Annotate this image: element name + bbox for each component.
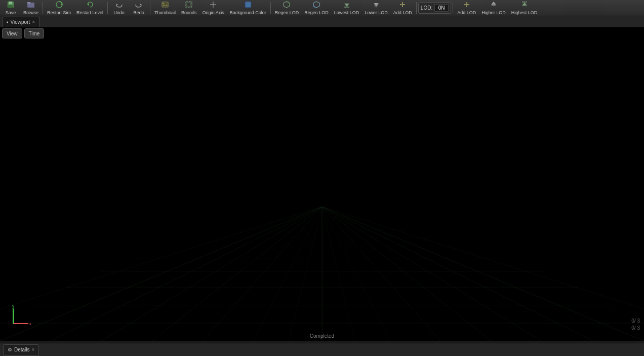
svg-marker-26 [491,2,496,5]
undo-icon [115,1,123,10]
thumbnail-icon [161,1,169,10]
origin-axis-button[interactable]: Origin Axis [200,1,227,16]
background-color-label: Background Color [230,10,266,15]
lower-lod-icon [372,1,380,10]
details-tab[interactable]: ⚙ Details × [3,344,39,355]
separator-6 [453,2,453,14]
redo-button[interactable]: Redo [129,1,148,16]
viewport-tab-label: Viewport [11,19,30,25]
regen-lod-button[interactable]: Regen LOD [272,1,302,16]
svg-line-40 [51,207,322,341]
restart-level-icon [86,1,94,10]
tab-bar: ▪ Viewport × [0,16,644,27]
regen-lod2-button[interactable]: Regen LOD [302,1,331,16]
bounds-button[interactable]: Bounds [179,1,199,16]
save-button[interactable]: Save [1,1,20,16]
regen-lod-icon [283,1,291,10]
add-lod-icon [398,1,407,10]
svg-rect-12 [187,3,191,7]
details-tab-icon: ⚙ [8,347,12,352]
svg-rect-16 [246,2,251,7]
bounds-icon [185,1,193,10]
completed-status: Completed [310,333,334,339]
browse-button[interactable]: Browse [21,1,41,16]
lower-lod-label: Lower LOD [365,10,388,15]
svg-line-51 [322,207,542,341]
axis-indicator: x y [8,303,33,329]
viewport-tab-close[interactable]: × [32,19,35,25]
add-lod-label: Add LOD [393,10,412,15]
svg-marker-20 [374,5,379,8]
svg-rect-2 [8,5,13,8]
higher-lod-button[interactable]: Higher LOD [479,1,508,16]
svg-line-48 [322,207,390,341]
svg-line-41 [101,207,322,341]
add-lod2-icon [463,1,471,10]
viewport-canvas[interactable]: x y Completed 0/ 3 0/ 3 [0,27,644,341]
separator-3 [150,2,150,14]
regen-lod2-label: Regen LOD [304,10,329,15]
svg-line-44 [253,207,322,341]
separator-1 [43,2,43,14]
lowest-lod-button[interactable]: Lowest LOD [332,1,362,16]
browse-label: Browse [23,10,38,15]
svg-marker-6 [61,3,62,6]
details-tab-close[interactable]: × [32,347,35,352]
viewport-panel: View Time [0,27,644,341]
svg-line-53 [322,207,644,341]
browse-icon [27,1,35,10]
time-button[interactable]: Time [24,28,45,38]
svg-rect-22 [400,4,405,5]
svg-marker-27 [522,3,527,6]
svg-line-49 [322,207,440,341]
svg-line-50 [322,207,491,341]
svg-line-43 [203,207,322,341]
background-color-button[interactable]: Background Color [227,1,269,16]
redo-label: Redo [133,10,144,15]
undo-button[interactable]: Undo [109,1,129,16]
svg-rect-4 [27,2,30,4]
higher-lod-label: Higher LOD [481,10,506,15]
lod-label: LOD: [421,5,432,11]
highest-lod-label: Highest LOD [511,10,538,15]
regen-lod2-icon [312,1,320,10]
details-tab-label: Details [14,347,30,352]
lower-lod-button[interactable]: Lower LOD [362,1,390,16]
add-lod2-button[interactable]: Add LOD [455,1,478,16]
redo-icon [135,1,143,10]
bottom-panel: ⚙ Details × [0,343,644,356]
restart-level-label: Restart Level [76,10,103,15]
svg-rect-24 [464,4,469,5]
restart-sim-button[interactable]: Restart Sim [45,1,73,16]
coord-line1: 0/ 3 [631,318,640,325]
highest-lod-icon [520,1,529,10]
save-icon [7,1,15,10]
add-lod-button[interactable]: Add LOD [391,1,415,16]
undo-label: Undo [113,10,125,15]
highest-lod-button[interactable]: Highest LOD [509,1,540,16]
lod-input[interactable] [434,4,449,12]
thumbnail-label: Thumbnail [154,10,176,15]
regen-lod-label: Regen LOD [275,10,299,15]
lowest-lod-icon [343,1,351,10]
svg-line-52 [322,207,593,341]
svg-line-42 [152,207,322,341]
lod-control: LOD: [418,3,451,14]
svg-rect-1 [9,2,12,4]
svg-line-39 [0,207,322,341]
background-color-icon [244,1,252,10]
add-lod2-label: Add LOD [457,10,476,15]
view-button[interactable]: View [2,28,22,38]
save-label: Save [6,10,16,15]
thumbnail-button[interactable]: Thumbnail [152,1,178,16]
separator-5 [416,2,417,14]
restart-level-button[interactable]: Restart Level [74,1,106,16]
higher-lod-icon [490,1,498,10]
viewport-tab[interactable]: ▪ Viewport × [2,17,39,27]
svg-marker-17 [344,4,349,7]
restart-sim-label: Restart Sim [47,10,71,15]
origin-axis-icon [209,1,217,10]
perspective-grid [0,153,644,341]
separator-4 [270,2,271,14]
bounds-label: Bounds [181,10,197,15]
